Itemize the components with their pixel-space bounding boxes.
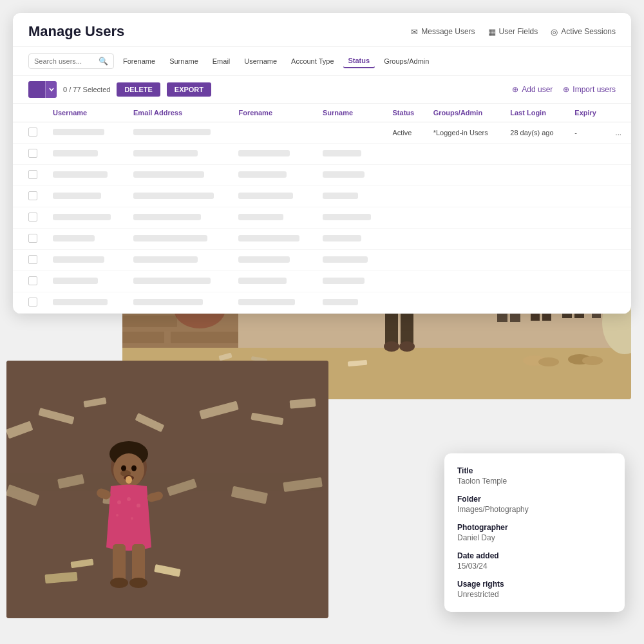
col-checkbox xyxy=(13,104,45,122)
sessions-icon: ◎ xyxy=(551,27,558,37)
row-forename xyxy=(231,229,315,250)
user-fields-action[interactable]: ▦ User Fields xyxy=(488,27,538,37)
row-checkbox-cell[interactable] xyxy=(13,229,45,250)
row-email xyxy=(126,165,231,186)
col-last-login[interactable]: Last Login xyxy=(502,104,567,122)
row-actions[interactable] xyxy=(608,207,631,229)
row-checkbox-cell[interactable] xyxy=(13,292,45,314)
card-date-value: 15/03/24 xyxy=(457,562,612,571)
row-groups xyxy=(426,292,503,314)
active-sessions-action[interactable]: ◎ Active Sessions xyxy=(551,27,616,37)
row-actions[interactable] xyxy=(608,250,631,271)
card-photographer-label: Photographer xyxy=(457,523,612,532)
row-email xyxy=(126,122,231,144)
col-forename[interactable]: Forename xyxy=(231,104,315,122)
row-surname xyxy=(315,186,385,207)
table-row[interactable] xyxy=(13,292,631,314)
row-checkbox-cell[interactable] xyxy=(13,144,45,165)
row-actions[interactable] xyxy=(608,271,631,292)
row-username xyxy=(45,165,126,186)
row-forename xyxy=(231,186,315,207)
row-actions[interactable] xyxy=(608,144,631,165)
card-usage-field: Usage rights Unrestricted xyxy=(457,580,612,599)
row-expiry xyxy=(567,207,607,229)
col-groups[interactable]: Groups/Admin xyxy=(426,104,503,122)
col-surname[interactable]: Surname xyxy=(315,104,385,122)
row-groups xyxy=(426,144,503,165)
row-checkbox-cell[interactable] xyxy=(13,165,45,186)
filter-account-type[interactable]: Account Type xyxy=(286,55,339,68)
toolbar-left: 0 / 77 Selected DELETE EXPORT xyxy=(28,81,211,98)
svg-point-60 xyxy=(582,356,603,365)
filter-surname[interactable]: Surname xyxy=(164,55,204,68)
filter-email[interactable]: Email xyxy=(207,55,236,68)
manage-users-panel: Manage Users ✉ Message Users ▦ User Fiel… xyxy=(13,13,631,314)
import-users-button[interactable]: ⊕ Import users xyxy=(563,85,616,94)
row-actions[interactable]: ... xyxy=(608,122,631,144)
svg-point-83 xyxy=(127,497,131,501)
row-actions[interactable] xyxy=(608,165,631,186)
table-row[interactable] xyxy=(13,186,631,207)
checkbox-dropdown-btn[interactable] xyxy=(45,81,57,98)
table-row[interactable] xyxy=(13,271,631,292)
search-container: 🔍 xyxy=(28,53,114,69)
row-username xyxy=(45,186,126,207)
col-status[interactable]: Status xyxy=(385,104,426,122)
row-groups xyxy=(426,271,503,292)
col-actions xyxy=(608,104,631,122)
row-surname xyxy=(315,229,385,250)
row-actions[interactable] xyxy=(608,292,631,314)
filter-username[interactable]: Username xyxy=(239,55,282,68)
row-checkbox-cell[interactable] xyxy=(13,250,45,271)
row-checkbox-cell[interactable] xyxy=(13,271,45,292)
table-row[interactable] xyxy=(13,165,631,186)
filter-forename[interactable]: Forename xyxy=(118,55,160,68)
card-photographer-field: Photographer Daniel Day xyxy=(457,523,612,542)
svg-point-82 xyxy=(117,500,121,504)
table-row[interactable] xyxy=(13,144,631,165)
row-actions[interactable] xyxy=(608,186,631,207)
row-forename xyxy=(231,165,315,186)
row-checkbox-cell[interactable] xyxy=(13,186,45,207)
row-surname xyxy=(315,207,385,229)
image-card: Title Taolon Temple Folder Images/Photog… xyxy=(444,453,625,612)
row-email xyxy=(126,292,231,314)
row-username xyxy=(45,250,126,271)
row-forename xyxy=(231,292,315,314)
col-expiry[interactable]: Expiry xyxy=(567,104,607,122)
checkbox-dropdown[interactable] xyxy=(28,81,57,98)
row-expiry xyxy=(567,165,607,186)
row-email xyxy=(126,186,231,207)
svg-rect-89 xyxy=(113,544,126,583)
svg-point-85 xyxy=(116,514,118,516)
row-forename xyxy=(231,144,315,165)
col-username[interactable]: Username xyxy=(45,104,126,122)
table-row[interactable] xyxy=(13,229,631,250)
select-checkbox[interactable] xyxy=(28,81,45,98)
row-groups xyxy=(426,165,503,186)
row-last-login xyxy=(502,271,567,292)
add-user-button[interactable]: ⊕ Add user xyxy=(512,85,553,94)
table-row[interactable] xyxy=(13,250,631,271)
svg-rect-90 xyxy=(132,544,145,583)
row-checkbox-cell[interactable] xyxy=(13,122,45,144)
filter-status[interactable]: Status xyxy=(343,54,375,68)
row-email xyxy=(126,229,231,250)
col-email[interactable]: Email Address xyxy=(126,104,231,122)
filter-groups-admin[interactable]: Groups/Admin xyxy=(379,55,434,68)
search-input[interactable] xyxy=(34,57,99,65)
delete-button[interactable]: DELETE xyxy=(117,82,160,97)
row-last-login xyxy=(502,229,567,250)
card-date-label: Date added xyxy=(457,551,612,560)
svg-rect-45 xyxy=(401,308,413,346)
row-last-login xyxy=(502,207,567,229)
table-row[interactable] xyxy=(13,207,631,229)
row-username xyxy=(45,271,126,292)
message-users-action[interactable]: ✉ Message Users xyxy=(411,27,475,37)
row-status: Active xyxy=(385,122,426,144)
row-actions[interactable] xyxy=(608,229,631,250)
table-row[interactable]: Active *Logged-in Users 28 day(s) ago - … xyxy=(13,122,631,144)
export-button[interactable]: EXPORT xyxy=(167,82,211,97)
card-title-value: Taolon Temple xyxy=(457,477,612,486)
row-checkbox-cell[interactable] xyxy=(13,207,45,229)
